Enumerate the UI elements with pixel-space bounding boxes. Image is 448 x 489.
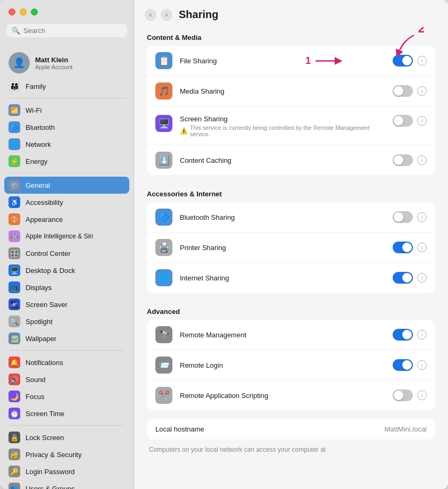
card-content-media: 📋 File Sharing 1 xyxy=(147,46,435,175)
search-bar[interactable]: 🔍 xyxy=(6,24,127,37)
screen-sharing-warning: ⚠️ This service is currently being contr… xyxy=(180,125,385,137)
lock-screen-icon: 🔒 xyxy=(9,432,20,443)
sidebar-item-label-desktop-dock: Desktop & Dock xyxy=(26,267,75,275)
sidebar-item-screen-saver[interactable]: 🌌 Screen Saver xyxy=(4,296,129,313)
file-sharing-label: File Sharing xyxy=(180,57,217,65)
sidebar-item-appearance[interactable]: 🎨 Appearance xyxy=(4,211,129,228)
sidebar-item-label-sound: Sound xyxy=(26,376,46,384)
remote-management-info-button[interactable]: i xyxy=(417,330,427,339)
setting-row-printer-sharing: 🖨️ Printer Sharing i xyxy=(147,233,435,263)
printer-sharing-toggle[interactable] xyxy=(393,242,413,253)
sidebar-item-label-users-groups: Users & Groups xyxy=(26,485,74,490)
sidebar-item-label-family: Family xyxy=(26,82,46,90)
sidebar-item-displays[interactable]: 📺 Displays xyxy=(4,279,129,296)
remote-login-toggle-thumb xyxy=(402,360,412,370)
media-sharing-toggle[interactable] xyxy=(393,85,413,97)
focus-icon: 🌙 xyxy=(9,391,20,402)
search-input[interactable] xyxy=(23,27,122,35)
setting-row-media-sharing: 🎵 Media Sharing i xyxy=(147,76,435,106)
screen-sharing-info-button[interactable]: i xyxy=(417,116,427,126)
sidebar-item-sound[interactable]: 🔊 Sound xyxy=(4,371,129,388)
file-sharing-toggle-thumb xyxy=(402,56,412,65)
sidebar-item-family[interactable]: 👨‍👩‍👧 Family xyxy=(4,78,129,95)
hostname-row: Local hostname MattMini.local xyxy=(147,419,435,440)
screen-saver-icon: 🌌 xyxy=(9,299,20,310)
sidebar-item-wifi[interactable]: 📶 Wi-Fi xyxy=(4,102,129,119)
bluetooth-sharing-toggle-thumb xyxy=(394,212,403,222)
sidebar-item-desktop-dock[interactable]: 🖥️ Desktop & Dock xyxy=(4,262,129,279)
sidebar-item-label-wifi: Wi-Fi xyxy=(26,106,42,114)
wifi-icon: 📶 xyxy=(9,104,20,116)
card-accessories: 🔷 Bluetooth Sharing i 🖨️ Pri xyxy=(147,202,435,293)
privacy-security-icon: 🔐 xyxy=(9,449,20,460)
sidebar-item-notifications[interactable]: 🔔 Notifications xyxy=(4,354,129,371)
remote-management-icon: 🔭 xyxy=(155,326,172,343)
screen-sharing-toggle[interactable] xyxy=(393,115,413,127)
sidebar-item-login-password[interactable]: 🔑 Login Password xyxy=(4,463,129,480)
printer-sharing-label: Printer Sharing xyxy=(180,244,226,252)
sidebar-item-bluetooth[interactable]: 🔷 Bluetooth xyxy=(4,119,129,136)
content-caching-toggle-thumb xyxy=(394,155,403,165)
sidebar-item-privacy-security[interactable]: 🔐 Privacy & Security xyxy=(4,446,129,463)
screen-sharing-warning-text: This service is currently being controll… xyxy=(190,125,385,137)
remote-login-info-button[interactable]: i xyxy=(417,360,427,370)
remote-management-toggle-thumb xyxy=(402,330,412,339)
remote-app-scripting-label: Remote Application Scripting xyxy=(180,392,268,400)
sidebar-item-label-energy: Energy xyxy=(26,158,47,165)
back-button[interactable]: ‹ xyxy=(145,9,156,21)
setting-row-bluetooth-sharing: 🔷 Bluetooth Sharing i xyxy=(147,202,435,233)
card-advanced: 🔭 Remote Management i 📨 Remo xyxy=(147,320,435,410)
profile-sub: Apple Account xyxy=(35,64,72,70)
sidebar-item-apple-intelligence[interactable]: 🤖 Apple Intelligence & Siri xyxy=(4,228,129,245)
sidebar-item-control-center[interactable]: 🎛️ Control Center xyxy=(4,245,129,262)
media-sharing-toggle-thumb xyxy=(394,86,403,96)
sidebar-item-general[interactable]: ⚙️ General xyxy=(4,177,129,194)
setting-row-remote-management: 🔭 Remote Management i xyxy=(147,320,435,350)
internet-sharing-info-button[interactable]: i xyxy=(417,273,427,283)
remote-app-scripting-toggle[interactable] xyxy=(393,389,413,401)
sidebar-item-label-apple-intelligence: Apple Intelligence & Siri xyxy=(26,233,93,240)
remote-management-toggle[interactable] xyxy=(393,329,413,341)
internet-sharing-label: Internet Sharing xyxy=(180,274,229,282)
remote-login-toggle[interactable] xyxy=(393,359,413,371)
sidebar-item-label-control-center: Control Center xyxy=(26,250,71,258)
printer-sharing-info-button[interactable]: i xyxy=(417,243,427,252)
sidebar-item-lock-screen[interactable]: 🔒 Lock Screen xyxy=(4,429,129,446)
sidebar-item-label-appearance: Appearance xyxy=(26,216,63,223)
sidebar-item-accessibility[interactable]: ♿ Accessibility xyxy=(4,194,129,211)
desktop-dock-icon: 🖥️ xyxy=(9,264,20,276)
sidebar-item-wallpaper[interactable]: 🖼️ Wallpaper xyxy=(4,330,129,347)
printer-sharing-icon: 🖨️ xyxy=(155,239,172,256)
printer-sharing-toggle-thumb xyxy=(402,243,412,252)
forward-button[interactable]: › xyxy=(161,9,172,21)
file-sharing-info-button[interactable]: i xyxy=(417,56,427,65)
remote-app-scripting-info-button[interactable]: i xyxy=(417,391,427,400)
media-sharing-info-button[interactable]: i xyxy=(417,86,427,96)
sidebar-item-spotlight[interactable]: 🔍 Spotlight xyxy=(4,313,129,330)
bluetooth-sharing-toggle[interactable] xyxy=(393,211,413,223)
bluetooth-sharing-info-button[interactable]: i xyxy=(417,212,427,222)
apple-intelligence-icon: 🤖 xyxy=(9,230,20,242)
close-button[interactable] xyxy=(9,9,15,15)
section-header-content-media: Content & Media xyxy=(147,27,435,46)
profile-item[interactable]: 👤 Matt Klein Apple Account xyxy=(4,48,129,78)
internet-sharing-toggle[interactable] xyxy=(393,272,413,284)
sidebar-item-users-groups[interactable]: 👥 Users & Groups xyxy=(4,480,129,489)
sidebar-item-label-spotlight: Spotlight xyxy=(26,318,53,326)
sidebar-item-energy[interactable]: ⚡ Energy xyxy=(4,153,129,170)
section-header-accessories: Accessories & Internet xyxy=(147,184,435,202)
maximize-button[interactable] xyxy=(31,9,38,15)
content-caching-info-button[interactable]: i xyxy=(417,155,427,165)
sidebar-item-screen-time[interactable]: ⏱️ Screen Time xyxy=(4,405,129,422)
sidebar-item-focus[interactable]: 🌙 Focus xyxy=(4,388,129,405)
sidebar-item-network[interactable]: 🌐 Network xyxy=(4,136,129,153)
bluetooth-sharing-label: Bluetooth Sharing xyxy=(180,213,235,221)
sidebar-item-label-notifications: Notifications xyxy=(26,359,63,367)
media-sharing-label: Media Sharing xyxy=(180,87,225,95)
content-caching-toggle[interactable] xyxy=(393,154,413,166)
minimize-button[interactable] xyxy=(20,9,27,15)
displays-icon: 📺 xyxy=(9,281,20,293)
setting-row-screen-sharing: 🖥️ Screen Sharing ⚠️ This service is cur… xyxy=(147,106,435,145)
file-sharing-toggle[interactable] xyxy=(393,55,413,67)
sidebar-item-label-wallpaper: Wallpaper xyxy=(26,335,56,343)
